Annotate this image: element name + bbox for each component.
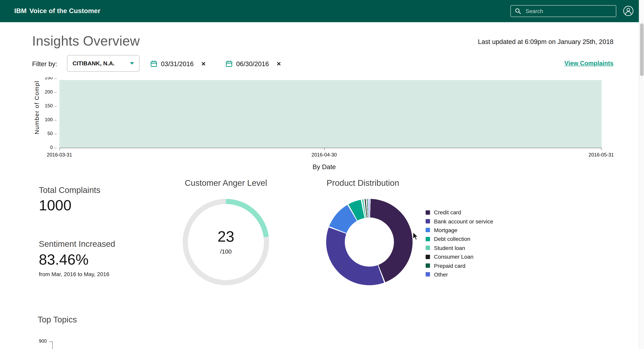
top-topics-tick bbox=[49, 342, 52, 342]
anger-gauge-denominator: /100 bbox=[218, 248, 234, 255]
y-axis-tick bbox=[54, 148, 57, 148]
sentiment-value: 83.46% bbox=[39, 252, 88, 268]
filter-by-label: Filter by: bbox=[32, 60, 57, 68]
x-axis-title: By Date bbox=[284, 163, 364, 171]
y-axis-title: Number of Compl bbox=[33, 77, 40, 134]
anger-gauge-value: 23 bbox=[218, 228, 234, 245]
chevron-down-icon bbox=[130, 62, 134, 64]
x-axis-tick bbox=[601, 148, 602, 150]
y-axis-tick-label: 50 bbox=[41, 131, 53, 136]
sentiment-range-text: from Mar, 2016 to May, 2016 bbox=[39, 271, 110, 277]
product-donut bbox=[326, 199, 412, 285]
scrollbar-thumb[interactable] bbox=[640, 23, 644, 76]
legend-swatch bbox=[426, 272, 430, 277]
total-complaints-label: Total Complaints bbox=[39, 185, 100, 195]
x-axis-tick-label: 2016-04-30 bbox=[308, 152, 340, 158]
y-axis-tick-label: 0 bbox=[41, 145, 53, 150]
y-axis-tick bbox=[54, 120, 57, 120]
total-complaints-value: 1000 bbox=[39, 197, 72, 214]
y-axis-tick-label: 250 bbox=[41, 77, 53, 80]
ibm-logo: IBM bbox=[14, 7, 26, 15]
user-avatar[interactable] bbox=[623, 5, 634, 16]
x-axis-tick bbox=[324, 148, 324, 150]
legend-swatch bbox=[426, 255, 430, 259]
date-filter-value: 06/30/2016 bbox=[236, 60, 269, 67]
date-filter-chip-end: 06/30/2016 ✕ bbox=[226, 59, 281, 68]
y-axis-tick-label: 100 bbox=[41, 117, 53, 122]
legend-label: Credit card bbox=[434, 209, 461, 216]
page-title: Insights Overview bbox=[32, 33, 140, 49]
legend-label: Debt collection bbox=[434, 236, 470, 242]
x-axis-tick-label: 2016-03-31 bbox=[44, 152, 75, 158]
top-topics-axis bbox=[52, 342, 53, 349]
legend-item: Bank account or service bbox=[426, 217, 493, 226]
product-distribution-title: Product Distribution bbox=[326, 178, 399, 188]
legend-label: Consumer Loan bbox=[434, 254, 474, 260]
product-legend: Credit cardBank account or serviceMortga… bbox=[426, 208, 493, 279]
legend-label: Mortgage bbox=[434, 227, 457, 233]
top-topics-tick-label: 900 bbox=[35, 338, 47, 344]
legend-swatch bbox=[426, 246, 430, 250]
anger-gauge-center: 23 /100 bbox=[218, 228, 234, 255]
legend-item: Prepaid card bbox=[426, 261, 493, 270]
legend-item: Mortgage bbox=[426, 226, 493, 235]
calendar-icon bbox=[150, 60, 157, 67]
legend-label: Student loan bbox=[434, 245, 465, 251]
legend-item: Other bbox=[426, 270, 493, 279]
scroll-content: Number of Compl 250 200 150 100 50 0 201… bbox=[0, 77, 614, 349]
sentiment-label: Sentiment Increased bbox=[39, 239, 115, 249]
legend-item: Credit card bbox=[426, 208, 493, 217]
company-filter-dropdown[interactable]: CITIBANK, N.A. bbox=[67, 55, 140, 72]
anger-gauge-title: Customer Anger Level bbox=[166, 178, 285, 188]
legend-swatch bbox=[426, 210, 430, 215]
x-axis-tick-label: 2016-05-31 bbox=[585, 152, 614, 158]
search-box[interactable] bbox=[510, 5, 616, 17]
legend-label: Other bbox=[434, 271, 448, 278]
calendar-icon bbox=[226, 60, 233, 67]
legend-swatch bbox=[426, 263, 430, 268]
legend-item: Consumer Loan bbox=[426, 252, 493, 261]
app-title: Voice of the Customer bbox=[29, 7, 100, 15]
remove-date-filter-icon[interactable]: ✕ bbox=[201, 61, 206, 67]
legend-swatch bbox=[426, 228, 430, 232]
date-filter-chip-start: 03/31/2016 ✕ bbox=[150, 59, 206, 68]
mouse-cursor bbox=[412, 232, 418, 242]
legend-swatch bbox=[426, 219, 430, 223]
last-updated-text: Last updated at 6:09pm on January 25th, … bbox=[478, 38, 614, 45]
y-axis-tick bbox=[54, 78, 57, 79]
anger-gauge: 23 /100 bbox=[183, 199, 269, 285]
legend-item: Debt collection bbox=[426, 235, 493, 243]
app-brand: IBM Voice of the Customer bbox=[14, 0, 100, 22]
search-input[interactable] bbox=[525, 7, 616, 15]
date-filter-value: 03/31/2016 bbox=[161, 60, 194, 67]
top-topics-title: Top Topics bbox=[38, 315, 77, 325]
y-axis-tick bbox=[54, 134, 57, 134]
remove-date-filter-icon[interactable]: ✕ bbox=[276, 61, 281, 67]
view-complaints-link[interactable]: View Complaints bbox=[564, 60, 614, 67]
legend-label: Bank account or service bbox=[434, 218, 493, 224]
y-axis-tick bbox=[54, 106, 57, 107]
scrollbar-track[interactable] bbox=[639, 0, 644, 349]
y-axis-tick bbox=[54, 92, 57, 93]
legend-swatch bbox=[426, 237, 430, 241]
by-date-area bbox=[60, 80, 602, 148]
x-axis-tick bbox=[60, 148, 60, 150]
y-axis-tick-label: 150 bbox=[41, 103, 53, 108]
page-header: Insights Overview Last updated at 6:09pm… bbox=[0, 22, 644, 77]
legend-label: Prepaid card bbox=[434, 263, 466, 269]
y-axis-tick-label: 200 bbox=[41, 89, 53, 95]
x-axis-line bbox=[60, 148, 602, 148]
search-icon bbox=[515, 8, 521, 14]
top-nav-bar: IBM Voice of the Customer bbox=[0, 0, 644, 22]
legend-item: Student loan bbox=[426, 243, 493, 252]
company-filter-value: CITIBANK, N.A. bbox=[72, 60, 115, 66]
app-window: IBM Voice of the Customer Insights Overv… bbox=[0, 0, 644, 349]
